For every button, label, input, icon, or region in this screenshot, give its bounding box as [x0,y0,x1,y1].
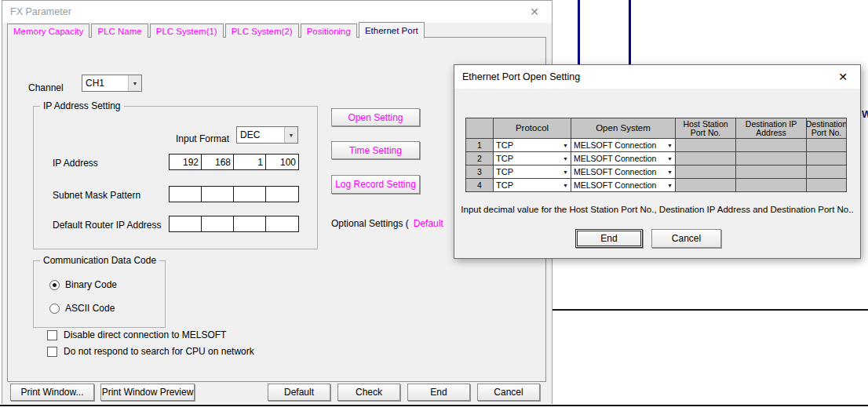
do-not-respond-search-checkbox[interactable]: Do not respond to search for CPU on netw… [47,346,254,357]
ethernet-port-open-setting-dialog: Ethernet Port Open Setting ✕ Protocol Op… [454,64,861,259]
checkbox-icon[interactable] [47,330,57,340]
fx-tabstrip: Memory Capacity PLC Name PLC System(1) P… [7,22,426,38]
decimal-input-note: Input decimal value for the Host Station… [454,205,860,214]
input-format-select[interactable]: DEC ▼ [236,126,298,144]
open-system-dropdown[interactable]: MELSOFT Connection▼ [571,165,676,179]
default-router-input[interactable] [169,216,299,232]
binary-code-label: Binary Code [65,279,117,290]
default-button[interactable]: Default [268,384,330,401]
tab-memory-capacity[interactable]: Memory Capacity [7,24,89,38]
protocol-dropdown[interactable]: TCP▼ [494,179,571,192]
corner-header-cell [466,118,494,139]
tab-plc-name[interactable]: PLC Name [91,24,148,38]
destination-ip-cell[interactable] [736,152,807,165]
tab-plc-system-2[interactable]: PLC System(2) [225,24,299,38]
row-number: 2 [466,152,494,165]
background-text-fragment: W [862,108,868,121]
chevron-down-icon: ▼ [667,141,673,150]
open-setting-table: Protocol Open System Host Station Port N… [465,118,847,192]
chevron-down-icon: ▼ [667,168,673,176]
default-router-label: Default Router IP Address [53,220,162,231]
destination-port-cell[interactable] [807,179,847,192]
channel-label: Channel [28,82,64,93]
destination-port-cell[interactable] [807,139,847,152]
protocol-dropdown[interactable]: TCP▼ [494,152,571,165]
ip-address-setting-group: IP Address Setting Input Format DEC ▼ IP… [33,106,318,249]
chevron-down-icon: ▼ [128,75,141,91]
open-system-dropdown[interactable]: MELSOFT Connection▼ [571,179,676,192]
ascii-code-radio[interactable]: ASCII Code [49,303,115,314]
ip-address-input[interactable]: 192 168 1 100 [169,154,299,170]
disable-direct-connection-checkbox[interactable]: Disable direct connection to MELSOFT [47,329,226,340]
chevron-down-icon: ▼ [563,141,568,150]
communication-data-code-group: Communication Data Code Binary Code ASCI… [33,260,166,328]
optional-settings-label: Optional Settings ( [331,218,409,229]
do-not-respond-search-label: Do not respond to search for CPU on netw… [64,346,254,357]
input-format-label: Input Format [176,133,229,144]
chevron-down-icon: ▼ [563,168,568,176]
ladder-rail-line [578,0,580,69]
close-icon[interactable]: ✕ [525,5,544,19]
checkbox-icon[interactable] [47,347,57,357]
chevron-down-icon: ▼ [284,127,297,143]
radio-icon[interactable] [49,304,60,314]
destination-port-cell[interactable] [807,152,847,165]
row-number: 3 [466,165,494,179]
modal-titlebar[interactable]: Ethernet Port Open Setting ✕ [454,65,860,89]
background-window-edge [0,405,868,406]
destination-ip-cell[interactable] [736,139,807,152]
open-system-dropdown[interactable]: MELSOFT Connection▼ [571,139,676,152]
destination-port-cell[interactable] [807,165,847,179]
ip-group-title: IP Address Setting [40,100,124,111]
print-window-preview-button[interactable]: Print Window Preview [100,384,195,401]
open-setting-button[interactable]: Open Setting [331,108,420,126]
time-setting-button[interactable]: Time Setting [331,141,420,159]
host-station-port-cell[interactable] [676,152,736,165]
destination-ip-header: Destination IP Address [736,118,807,139]
log-record-setting-button[interactable]: Log Record Setting [331,175,420,194]
modal-end-button[interactable]: End [575,229,643,248]
ascii-code-label: ASCII Code [65,303,115,314]
background-rung-line [553,309,868,311]
open-system-dropdown[interactable]: MELSOFT Connection▼ [571,152,676,165]
ladder-rail-line [629,0,631,69]
fx-titlebar[interactable]: FX Parameter ✕ [2,1,552,23]
modal-cancel-button[interactable]: Cancel [651,229,721,248]
tab-ethernet-port[interactable]: Ethernet Port [359,22,425,38]
subnet-mask-input[interactable] [169,186,299,202]
protocol-header: Protocol [494,118,571,139]
radio-icon[interactable] [49,280,60,290]
ip-address-label: IP Address [53,158,98,169]
optional-settings-default-link[interactable]: Default [414,218,443,229]
protocol-dropdown[interactable]: TCP▼ [494,165,571,179]
fx-dialog-title: FX Parameter [10,6,71,17]
tab-plc-system-1[interactable]: PLC System(1) [150,24,224,38]
host-station-port-cell[interactable] [676,139,736,152]
check-button[interactable]: Check [337,384,400,401]
channel-select[interactable]: CH1 ▼ [82,75,142,92]
end-button[interactable]: End [407,384,470,401]
modal-title: Ethernet Port Open Setting [462,71,580,82]
row-number: 4 [466,179,494,192]
comm-group-title: Communication Data Code [40,255,159,266]
protocol-dropdown[interactable]: TCP▼ [494,139,571,152]
chevron-down-icon: ▼ [563,181,568,190]
chevron-down-icon: ▼ [667,155,673,163]
destination-ip-cell[interactable] [736,165,807,179]
row-number: 1 [466,139,494,152]
print-window-button[interactable]: Print Window... [10,384,94,401]
open-system-header: Open System [571,118,676,139]
binary-code-radio[interactable]: Binary Code [49,279,117,290]
host-station-port-cell[interactable] [676,165,736,179]
close-icon[interactable]: ✕ [833,70,852,84]
destination-ip-cell[interactable] [736,179,807,192]
host-station-port-header: Host Station Port No. [676,118,736,139]
host-station-port-cell[interactable] [676,179,736,192]
disable-direct-connection-label: Disable direct connection to MELSOFT [64,329,226,340]
tab-positioning[interactable]: Positioning [301,24,357,38]
destination-port-header: Destination Port No. [807,118,847,139]
cancel-button[interactable]: Cancel [477,384,540,401]
subnet-mask-label: Subnet Mask Pattern [53,190,140,201]
chevron-down-icon: ▼ [667,181,673,190]
chevron-down-icon: ▼ [563,155,568,163]
